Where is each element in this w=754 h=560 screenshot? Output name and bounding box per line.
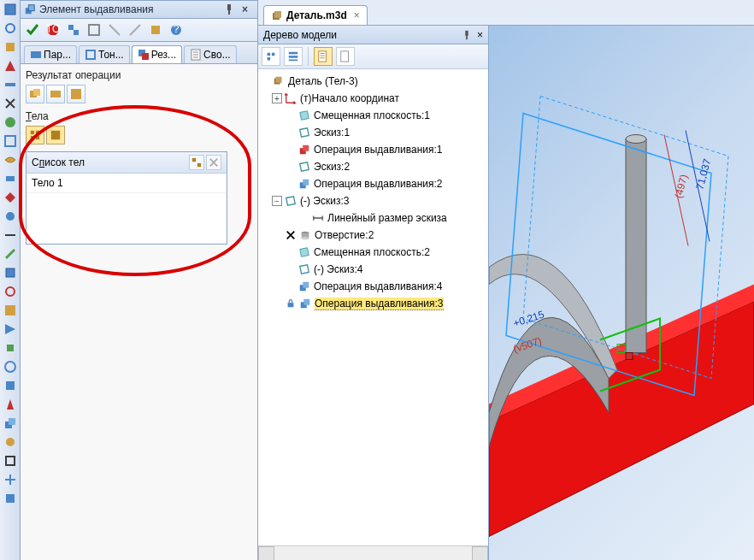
tool-icon-3[interactable] bbox=[3, 39, 18, 55]
help-button[interactable]: ? bbox=[168, 21, 185, 38]
tree-btn-2[interactable] bbox=[284, 47, 303, 66]
tool-icon-21[interactable] bbox=[3, 378, 18, 393]
list-remove-button[interactable] bbox=[206, 155, 221, 170]
tree-close-button[interactable]: × bbox=[477, 29, 483, 41]
list-item[interactable]: Тело 1 bbox=[27, 174, 227, 193]
tool-icon-10[interactable] bbox=[3, 171, 18, 186]
bodies-section: Тела Список тел Тело 1 bbox=[26, 110, 252, 245]
tab-properties[interactable]: Сво... bbox=[184, 45, 237, 63]
bodies-list-body[interactable]: Тело 1 bbox=[27, 174, 227, 244]
tree-root[interactable]: Деталь (Тел-3) bbox=[260, 73, 486, 90]
list-add-button[interactable] bbox=[189, 155, 204, 170]
tree-node-sketch3[interactable]: − (-) Эскиз:3 bbox=[260, 192, 486, 209]
tool-icon-5[interactable] bbox=[3, 77, 18, 92]
tool-icon-19[interactable] bbox=[3, 340, 18, 356]
bodies-label: Тела bbox=[26, 110, 252, 122]
tool-icon-16[interactable] bbox=[3, 284, 18, 299]
result-label: Результат операции bbox=[26, 69, 252, 81]
3d-viewport[interactable]: +0,215 (v507) 71,037 (497) bbox=[489, 26, 754, 560]
svg-point-13 bbox=[5, 362, 15, 372]
tool-icon-4[interactable] bbox=[3, 58, 18, 74]
tab-result[interactable]: Рез... bbox=[132, 45, 182, 63]
tool-icon-25[interactable] bbox=[3, 453, 18, 469]
tool-icon-26[interactable] bbox=[3, 472, 18, 487]
tree-node-sketch1[interactable]: Эскиз:1 bbox=[260, 124, 486, 141]
result-option-2[interactable] bbox=[46, 85, 65, 103]
tool-icon-6[interactable] bbox=[3, 96, 18, 111]
collapse-icon[interactable]: − bbox=[272, 196, 282, 206]
left-toolbar bbox=[0, 0, 21, 560]
tool-icon-12[interactable] bbox=[3, 209, 18, 224]
tree-node-sketch2[interactable]: Эскиз:2 bbox=[260, 158, 486, 175]
pin-icon[interactable] bbox=[223, 3, 235, 15]
svg-rect-27 bbox=[89, 25, 99, 35]
svg-rect-8 bbox=[5, 234, 15, 236]
tree-btn-3[interactable] bbox=[314, 47, 333, 66]
expand-icon[interactable]: + bbox=[272, 93, 282, 103]
svg-rect-5 bbox=[5, 136, 15, 146]
svg-point-1 bbox=[6, 24, 15, 32]
tool-icon-15[interactable] bbox=[3, 265, 18, 280]
tool-icon-24[interactable] bbox=[3, 434, 18, 450]
result-option-3[interactable] bbox=[67, 85, 85, 103]
tool-icon-1[interactable] bbox=[3, 2, 18, 17]
tool-icon-2[interactable] bbox=[3, 21, 18, 36]
svg-rect-40 bbox=[31, 131, 34, 134]
app-root: Элемент выдавливания × STOP ? Пар... Тон… bbox=[0, 0, 754, 560]
tool-icon-23[interactable] bbox=[3, 416, 18, 431]
tree-node-sketch4[interactable]: (-) Эскиз:4 bbox=[260, 261, 486, 278]
tree-node-extrude2[interactable]: Операция выдавливания:2 bbox=[260, 175, 486, 192]
stop-button[interactable]: STOP bbox=[44, 21, 62, 38]
apply-button[interactable] bbox=[24, 21, 41, 38]
hole-icon bbox=[298, 228, 312, 242]
axis-icon bbox=[284, 91, 297, 105]
content-row: Дерево модели × Деталь (Тел-3) bbox=[258, 26, 754, 560]
tab-thin[interactable]: Тон... bbox=[79, 45, 130, 63]
bodies-option-2[interactable] bbox=[46, 126, 65, 144]
tool-icon-8[interactable] bbox=[3, 133, 18, 149]
model-tree[interactable]: Деталь (Тел-3) + (т)Начало координат Сме… bbox=[258, 69, 488, 545]
tool-icon-13[interactable] bbox=[3, 227, 18, 243]
tab-parameters[interactable]: Пар... bbox=[24, 45, 77, 63]
document-tab[interactable]: Деталь.m3d × bbox=[263, 5, 368, 25]
pin-icon[interactable] bbox=[462, 30, 472, 40]
properties-title: Элемент выдавливания bbox=[39, 3, 220, 15]
toolbar-btn-3[interactable] bbox=[65, 21, 82, 38]
tree-node-extrude1[interactable]: Операция выдавливания:1 bbox=[260, 141, 486, 158]
svg-rect-18 bbox=[6, 457, 15, 465]
tree-scrollbar[interactable] bbox=[258, 545, 488, 560]
tree-node-plane2[interactable]: Смещенная плоскость:2 bbox=[260, 244, 486, 261]
lock-icon bbox=[284, 297, 297, 310]
tree-node-extrude3[interactable]: Операция выдавливания:3 bbox=[260, 295, 486, 312]
svg-rect-76 bbox=[626, 353, 633, 360]
bodies-option-1[interactable] bbox=[26, 126, 44, 144]
close-button[interactable]: × bbox=[242, 3, 254, 15]
toolbar-btn-7[interactable] bbox=[147, 21, 164, 38]
tree-node-extrude4[interactable]: Операция выдавливания:4 bbox=[260, 278, 486, 295]
tree-node-hole[interactable]: Отверстие:2 bbox=[260, 227, 486, 244]
svg-rect-54 bbox=[341, 51, 349, 62]
tree-node-origin[interactable]: + (т)Начало координат bbox=[260, 90, 486, 107]
toolbar-btn-4[interactable] bbox=[85, 21, 103, 38]
tool-icon-22[interactable] bbox=[3, 397, 18, 412]
tool-icon-17[interactable] bbox=[3, 303, 18, 318]
tool-icon-11[interactable] bbox=[3, 190, 18, 205]
tree-node-plane1[interactable]: Смещенная плоскость:1 bbox=[260, 107, 486, 124]
result-option-1[interactable] bbox=[26, 85, 44, 103]
tree-btn-4[interactable] bbox=[336, 47, 355, 66]
tool-icon-18[interactable] bbox=[3, 321, 18, 337]
tree-toolbar bbox=[258, 44, 488, 69]
tree-btn-1[interactable] bbox=[262, 47, 280, 66]
tab-close-button[interactable]: × bbox=[354, 9, 360, 21]
tool-icon-20[interactable] bbox=[3, 359, 18, 374]
document-tabs: Деталь.m3d × bbox=[258, 0, 754, 26]
tool-icon-7[interactable] bbox=[3, 115, 18, 130]
tool-icon-27[interactable] bbox=[3, 491, 18, 506]
properties-tabs: Пар... Тон... Рез... Сво... bbox=[21, 42, 257, 64]
tool-icon-9[interactable] bbox=[3, 152, 18, 168]
tree-node-dimension[interactable]: Линейный размер эскиза bbox=[260, 209, 486, 227]
svg-text:STOP: STOP bbox=[46, 23, 60, 35]
toolbar-btn-6[interactable] bbox=[127, 21, 144, 38]
tool-icon-14[interactable] bbox=[3, 246, 18, 262]
toolbar-btn-5[interactable] bbox=[106, 21, 123, 38]
